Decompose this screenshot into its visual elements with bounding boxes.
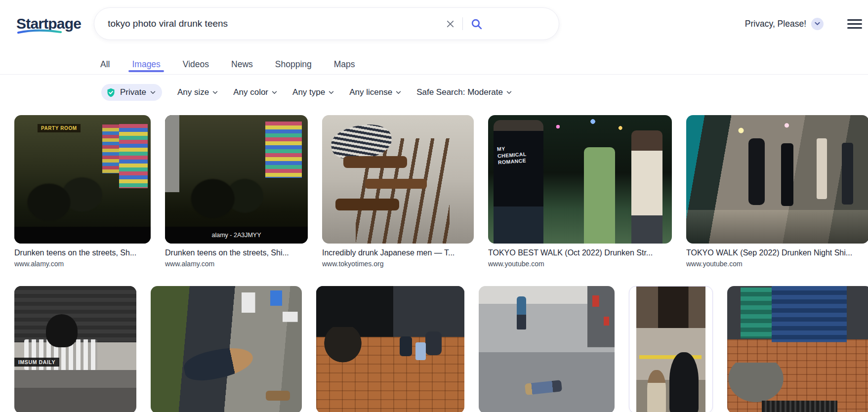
result-thumbnail[interactable]: [727, 286, 868, 412]
results-row-1: PARTY ROOM Drunken teens on the streets,…: [14, 115, 868, 268]
result-url[interactable]: www.tokyotimes.org: [322, 260, 474, 268]
privacy-chevron-badge: [811, 18, 824, 30]
image-result[interactable]: [727, 286, 868, 412]
watermark-bar: [14, 227, 151, 244]
tab-news[interactable]: News: [231, 47, 253, 74]
image-result[interactable]: [479, 286, 615, 412]
thumbnail-art: [686, 115, 868, 244]
thumbnail-art: [479, 286, 615, 412]
thumbnail-art: [14, 115, 151, 244]
search-submit-button[interactable]: [467, 15, 486, 33]
tab-label: Shopping: [275, 59, 312, 69]
result-title[interactable]: Drunken teens on the streets, Sh...: [14, 248, 151, 257]
tab-label: Videos: [183, 59, 209, 69]
filter-any-size[interactable]: Any size: [177, 87, 218, 97]
image-result[interactable]: PARTY ROOM Drunken teens on the streets,…: [14, 115, 151, 268]
tab-shopping[interactable]: Shopping: [275, 47, 312, 74]
tab-label: Maps: [334, 59, 355, 69]
logo-swoosh-icon: [17, 29, 62, 34]
tab-label: News: [231, 59, 253, 69]
result-thumbnail[interactable]: MY CHEMICAL ROMANCE: [488, 115, 672, 244]
privacy-label: Privacy, Please!: [745, 19, 806, 29]
search-icon: [470, 18, 483, 30]
tab-videos[interactable]: Videos: [183, 47, 209, 74]
menu-button[interactable]: [846, 17, 863, 31]
filter-any-type[interactable]: Any type: [292, 87, 334, 97]
hamburger-icon: [847, 19, 862, 21]
filter-bar: Private Any size Any color Any type Any …: [101, 84, 868, 101]
search-tabs: All Images Videos News Shopping Maps: [0, 47, 868, 75]
result-title[interactable]: TOKYO BEST WALK (Oct 2022) Drunken Str..…: [488, 248, 672, 257]
filter-safe-search-moderate[interactable]: Safe Search: Moderate: [416, 87, 512, 97]
header-right: Privacy, Please!: [745, 17, 868, 31]
result-thumbnail[interactable]: IMSUM DAILY: [14, 286, 136, 412]
result-title[interactable]: Drunken teens on the streets, Shi...: [165, 248, 308, 257]
result-thumbnail[interactable]: alamy - 2A3JMYY: [165, 115, 308, 244]
watermark-bar: alamy - 2A3JMYY: [165, 227, 308, 244]
thumbnail-art: [151, 286, 302, 412]
result-title[interactable]: Incredibly drunk Japanese men — T...: [322, 248, 474, 257]
search-bar: [94, 7, 559, 40]
thumbnail-art: [727, 286, 868, 412]
watermark-chip: IMSUM DAILY: [14, 358, 59, 367]
thumbnail-art: [322, 115, 474, 244]
result-caption: Drunken teens on the streets, Sh... www.…: [14, 248, 151, 268]
close-icon: [446, 19, 455, 29]
chevron-down-icon: [506, 91, 512, 94]
image-result[interactable]: TOKYO WALK (Sep 2022) Drunken Night Shi.…: [686, 115, 868, 268]
image-results: PARTY ROOM Drunken teens on the streets,…: [14, 115, 868, 412]
filter-any-color[interactable]: Any color: [233, 87, 277, 97]
image-result[interactable]: alamy - 2A3JMYY Drunken teens on the str…: [165, 115, 308, 268]
image-result[interactable]: Incredibly drunk Japanese men — T... www…: [322, 115, 474, 268]
shield-check-icon: [106, 87, 116, 98]
result-title[interactable]: TOKYO WALK (Sep 2022) Drunken Night Shi.…: [686, 248, 868, 257]
tab-label: Images: [132, 59, 160, 69]
chevron-down-icon: [396, 91, 401, 94]
private-filter[interactable]: Private: [101, 84, 162, 101]
clear-search-button[interactable]: [443, 16, 458, 32]
search-input[interactable]: [108, 18, 443, 29]
results-row-2: IMSUM DAILY: [14, 286, 868, 412]
search-divider: [462, 17, 463, 30]
image-result[interactable]: [629, 286, 713, 412]
chevron-down-icon: [212, 91, 218, 94]
result-thumbnail[interactable]: [151, 286, 302, 412]
photo-text: MY CHEMICAL ROMANCE: [496, 143, 535, 166]
chevron-down-icon: [272, 91, 277, 94]
result-url[interactable]: www.alamy.com: [165, 260, 308, 268]
tab-maps[interactable]: Maps: [334, 47, 355, 74]
tab-all[interactable]: All: [100, 47, 110, 74]
startpage-logo[interactable]: Startpage: [16, 15, 81, 32]
result-caption: Incredibly drunk Japanese men — T... www…: [322, 248, 474, 268]
chevron-down-icon: [329, 91, 334, 94]
result-thumbnail[interactable]: [479, 286, 615, 412]
filter-any-license[interactable]: Any license: [349, 87, 401, 97]
photo-text: PARTY ROOM: [38, 124, 81, 132]
image-result[interactable]: IMSUM DAILY: [14, 286, 136, 412]
result-thumbnail[interactable]: [322, 115, 474, 244]
thumbnail-art: [488, 115, 672, 244]
result-thumbnail[interactable]: [629, 286, 713, 412]
header: Startpage Privacy, Please!: [0, 0, 868, 47]
result-thumbnail[interactable]: [316, 286, 464, 412]
image-result[interactable]: [316, 286, 464, 412]
result-url[interactable]: www.youtube.com: [488, 260, 672, 268]
result-caption: TOKYO WALK (Sep 2022) Drunken Night Shi.…: [686, 248, 868, 268]
image-result[interactable]: MY CHEMICAL ROMANCE TOKYO BEST WALK (Oct…: [488, 115, 672, 268]
private-filter-label: Private: [120, 87, 146, 97]
tab-label: All: [100, 59, 110, 69]
chevron-down-icon: [150, 91, 156, 94]
result-thumbnail[interactable]: PARTY ROOM: [14, 115, 151, 244]
result-url[interactable]: www.youtube.com: [686, 260, 868, 268]
result-thumbnail[interactable]: [686, 115, 868, 244]
thumbnail-art: [14, 286, 136, 412]
watermark-text: alamy - 2A3JMYY: [211, 232, 261, 239]
privacy-please-toggle[interactable]: Privacy, Please!: [745, 18, 824, 30]
thumbnail-art: [316, 286, 464, 412]
thumbnail-art: [636, 287, 705, 412]
thumbnail-art: [165, 115, 308, 244]
result-caption: TOKYO BEST WALK (Oct 2022) Drunken Str..…: [488, 248, 672, 268]
tab-images[interactable]: Images: [132, 47, 160, 74]
image-result[interactable]: [151, 286, 302, 412]
result-url[interactable]: www.alamy.com: [14, 260, 151, 268]
